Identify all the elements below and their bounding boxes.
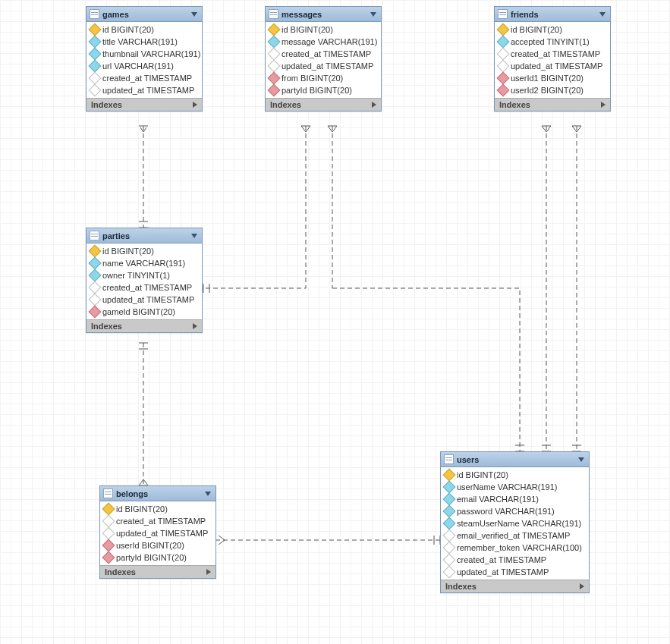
col-icon: [102, 515, 115, 528]
chevron-right-icon: [372, 102, 376, 108]
table-icon: [90, 231, 99, 240]
fk-icon: [497, 84, 510, 97]
table-header-messages[interactable]: messages: [266, 7, 381, 22]
table-belongs[interactable]: belongs id BIGINT(20) created_at TIMESTA…: [99, 485, 216, 579]
table-games[interactable]: games id BIGINT(20) title VARCHAR(191) t…: [86, 6, 203, 112]
pk-icon: [89, 245, 102, 258]
column-accepted[interactable]: accepted TINYINT(1): [495, 36, 610, 48]
column-updated-at[interactable]: updated_at TIMESTAMP: [266, 60, 381, 72]
column-created-at[interactable]: created_at TIMESTAMP: [87, 281, 202, 294]
table-friends[interactable]: friends id BIGINT(20) accepted TINYINT(1…: [494, 6, 611, 112]
index-icon: [89, 269, 102, 282]
column-message[interactable]: message VARCHAR(191): [266, 36, 381, 48]
table-parties[interactable]: parties id BIGINT(20) name VARCHAR(191) …: [86, 228, 203, 333]
column-id[interactable]: id BIGINT(20): [441, 469, 589, 481]
column-title[interactable]: title VARCHAR(191): [87, 36, 202, 48]
col-icon: [268, 60, 281, 73]
column-updated-at[interactable]: updated_at TIMESTAMP: [441, 566, 589, 578]
column-updated-at[interactable]: updated_at TIMESTAMP: [87, 84, 202, 96]
table-header-friends[interactable]: friends: [495, 7, 610, 22]
collapse-icon[interactable]: [370, 12, 376, 17]
collapse-icon[interactable]: [205, 492, 211, 496]
column-password[interactable]: password VARCHAR(191): [441, 505, 589, 517]
columns-list: id BIGINT(20) userName VARCHAR(191) emai…: [441, 467, 589, 580]
column-id[interactable]: id BIGINT(20): [266, 24, 381, 36]
column-created-at[interactable]: created_at TIMESTAMP: [87, 72, 202, 84]
table-title: belongs: [116, 489, 148, 498]
table-title: users: [457, 455, 479, 464]
index-icon: [89, 48, 102, 61]
col-icon: [497, 60, 510, 73]
indexes-section[interactable]: Indexes: [266, 98, 381, 111]
columns-list: id BIGINT(20) message VARCHAR(191) creat…: [266, 22, 381, 98]
table-icon: [444, 454, 454, 464]
column-updated-at[interactable]: updated_at TIMESTAMP: [100, 527, 215, 539]
column-id[interactable]: id BIGINT(20): [87, 245, 202, 257]
column-created-at[interactable]: created_at TIMESTAMP: [495, 48, 610, 60]
column-created-at[interactable]: created_at TIMESTAMP: [100, 515, 215, 527]
index-icon: [443, 505, 456, 518]
column-id[interactable]: id BIGINT(20): [100, 503, 215, 515]
indexes-section[interactable]: Indexes: [87, 319, 202, 332]
collapse-icon[interactable]: [191, 234, 197, 238]
columns-list: id BIGINT(20) name VARCHAR(191) owner TI…: [87, 243, 202, 319]
column-partyId[interactable]: partyId BIGINT(20): [100, 551, 215, 564]
table-icon: [103, 488, 113, 498]
column-owner[interactable]: owner TINYINT(1): [87, 269, 202, 281]
table-title: parties: [102, 231, 130, 240]
pk-icon: [89, 24, 102, 36]
column-from[interactable]: from BIGINT(20): [266, 72, 381, 84]
column-updated-at[interactable]: updated_at TIMESTAMP: [495, 60, 610, 72]
indexes-section[interactable]: Indexes: [495, 98, 610, 111]
table-header-parties[interactable]: parties: [87, 228, 202, 243]
column-userId1[interactable]: userId1 BIGINT(20): [495, 72, 610, 84]
table-header-belongs[interactable]: belongs: [100, 486, 215, 501]
col-icon: [443, 529, 456, 542]
collapse-icon[interactable]: [578, 457, 584, 462]
chevron-right-icon: [601, 102, 606, 108]
indexes-section[interactable]: Indexes: [441, 580, 589, 592]
columns-list: id BIGINT(20) created_at TIMESTAMP updat…: [100, 501, 215, 565]
indexes-section[interactable]: Indexes: [87, 98, 202, 111]
column-userId2[interactable]: userId2 BIGINT(20): [495, 84, 610, 96]
fk-icon: [268, 72, 281, 85]
chevron-right-icon: [580, 583, 584, 589]
column-name[interactable]: name VARCHAR(191): [87, 257, 202, 269]
table-icon: [498, 9, 508, 19]
column-thumbnail[interactable]: thumbnail VARCHAR(191): [87, 48, 202, 60]
column-gameId[interactable]: gameId BIGINT(20): [87, 306, 202, 318]
table-header-games[interactable]: games: [87, 7, 202, 22]
fk-icon: [102, 539, 115, 552]
collapse-icon[interactable]: [191, 12, 197, 17]
column-userName[interactable]: userName VARCHAR(191): [441, 481, 589, 493]
index-icon: [497, 36, 510, 49]
column-id[interactable]: id BIGINT(20): [87, 24, 202, 36]
column-created-at[interactable]: created_at TIMESTAMP: [441, 554, 589, 566]
table-users[interactable]: users id BIGINT(20) userName VARCHAR(191…: [440, 451, 590, 593]
table-header-users[interactable]: users: [441, 452, 589, 467]
index-icon: [89, 257, 102, 270]
column-partyId[interactable]: partyId BIGINT(20): [266, 84, 381, 96]
indexes-section[interactable]: Indexes: [100, 565, 215, 578]
column-updated-at[interactable]: updated_at TIMESTAMP: [87, 294, 202, 306]
collapse-icon[interactable]: [599, 12, 606, 17]
col-icon: [89, 281, 102, 294]
index-icon: [443, 481, 456, 494]
column-userId[interactable]: userId BIGINT(20): [100, 539, 215, 551]
pk-icon: [102, 503, 115, 516]
index-icon: [89, 36, 102, 49]
col-icon: [89, 84, 102, 97]
column-email[interactable]: email VARCHAR(191): [441, 493, 589, 505]
chevron-right-icon: [193, 102, 197, 108]
index-icon: [443, 493, 456, 506]
col-icon: [497, 48, 510, 61]
table-messages[interactable]: messages id BIGINT(20) message VARCHAR(1…: [265, 6, 382, 112]
column-created-at[interactable]: created_at TIMESTAMP: [266, 48, 381, 60]
chevron-right-icon: [206, 569, 211, 575]
column-email-verified-at[interactable]: email_verified_at TIMESTAMP: [441, 529, 589, 542]
column-id[interactable]: id BIGINT(20): [495, 24, 610, 36]
column-remember-token[interactable]: remember_token VARCHAR(100): [441, 542, 589, 554]
column-url[interactable]: url VARCHAR(191): [87, 60, 202, 72]
column-steamUserName[interactable]: steamUserName VARCHAR(191): [441, 517, 589, 529]
index-icon: [89, 60, 102, 73]
